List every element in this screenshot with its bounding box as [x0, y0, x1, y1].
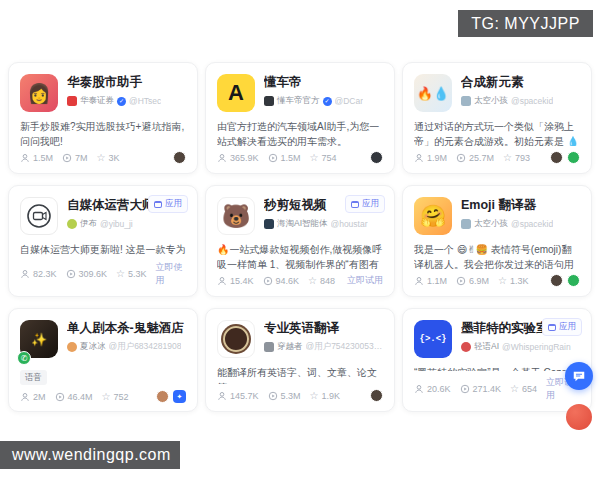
users-icon	[217, 153, 227, 163]
bot-card-english-translate[interactable]: 专业英语翻译 穿越者 @用户7542300539251 能翻译所有英语字、词、文…	[205, 308, 395, 412]
runs-stat: 6.9M	[456, 276, 489, 286]
runs-stat: 46.4M	[55, 392, 93, 402]
star-icon: ☆	[310, 391, 319, 401]
runs-icon	[55, 392, 65, 402]
card-title: Emoji 翻译器	[461, 197, 580, 214]
author-name: 夏冰冰	[80, 341, 106, 353]
app-badge-icon	[548, 324, 556, 331]
bot-card-synth-elements[interactable]: 🔥💧 合成新元素 太空小孩 @spacekid 通过对话的方式玩一个类似「涂鸦上…	[402, 62, 592, 174]
star-icon: ☆	[510, 384, 519, 394]
author-handle: @DCar	[335, 96, 363, 106]
bot-card-grid: 👩 华泰股市助手 华泰证券 ✓ @HTsec 新手炒股难?实用选股技巧+避坑指南…	[8, 62, 592, 412]
author-avatar	[264, 219, 274, 229]
author-handle: @spacekid	[511, 96, 553, 106]
card-title: 合成新元素	[461, 74, 580, 91]
runs-icon	[456, 153, 466, 163]
chat-bubble-icon	[572, 369, 586, 383]
author-handle: @houstar	[331, 219, 368, 229]
voice-tag: 语音	[20, 370, 47, 385]
app-badge: 应用	[542, 318, 582, 336]
users-icon	[414, 384, 424, 394]
author-avatar	[461, 96, 471, 106]
dongchedi-app-icon: A	[217, 74, 255, 112]
try-now-link[interactable]: 立即试用	[347, 274, 383, 287]
runs-icon	[460, 384, 470, 394]
bot-card-ghost-hotel[interactable]: ✨ ✆ 单人剧本杀-鬼魅酒店 夏冰冰 @用户6834281908 被困在诡异酒店…	[8, 308, 198, 412]
media-master-app-icon	[20, 197, 58, 235]
huatai-app-icon: 👩	[20, 74, 58, 112]
wechat-icon	[567, 151, 580, 164]
verified-badge-icon: ✓	[117, 97, 126, 106]
card-description: 能翻译所有英语字、词、文章、论文等	[217, 365, 383, 384]
author-name: 穿越者	[277, 341, 303, 353]
murphy-lab-app-icon: {>.<}	[414, 320, 452, 358]
bot-card-huatai[interactable]: 👩 华泰股市助手 华泰证券 ✓ @HTsec 新手炒股难?实用选股技巧+避坑指南…	[8, 62, 198, 174]
author-handle: @WhisperingRain	[502, 342, 571, 352]
site-watermark: www.wendingqp.com	[0, 441, 180, 469]
card-title: 单人剧本杀-鬼魅酒店	[67, 320, 184, 337]
runs-stat: 94.6K	[263, 276, 300, 286]
seal-logo	[223, 326, 249, 352]
author-name: 懂车帝官方	[277, 95, 320, 107]
card-description: 🔥一站式爆款短视频创作,做视频像呼吸一样简单 1、视频制作界的“有图有梗”提供丰…	[217, 242, 383, 269]
users-icon	[20, 392, 30, 402]
bot-card-miaojian-video[interactable]: 应用 🐻 秒剪短视频 海淘AI智能体 @houstar 🔥一站式爆款短视频创作,…	[205, 185, 395, 297]
stars-stat: ☆793	[503, 153, 530, 163]
author-handle: @yibu_ji	[100, 219, 133, 229]
stars-stat: ☆3K	[97, 153, 120, 163]
star-icon: ☆	[97, 153, 106, 163]
app-badge: 应用	[345, 195, 385, 213]
star-icon: ☆	[310, 153, 319, 163]
stars-stat: ☆654	[510, 384, 537, 394]
bot-card-murphy-lab[interactable]: 应用 {>.<} 墨菲特的实验室 轻语AI @WhisperingRain “墨…	[402, 308, 592, 412]
author-avatar	[461, 219, 471, 229]
creator-avatar	[550, 151, 563, 164]
author-avatar	[264, 96, 274, 106]
users-stat: 1.5M	[20, 153, 53, 163]
bot-card-dongchedi[interactable]: A 懂车帝 懂车帝官方 ✓ @DCar 由官方打造的汽车领域AI助手,为您一站式…	[205, 62, 395, 174]
runs-stat: 309.6K	[66, 269, 108, 279]
telegram-watermark: TG: MYYJJPP	[458, 10, 593, 37]
author-name: 太空小孩	[474, 218, 508, 230]
users-stat: 2M	[20, 392, 46, 402]
stars-stat: ☆752	[102, 392, 129, 402]
chat-support-button[interactable]	[565, 362, 593, 390]
users-stat: 1.1M	[414, 276, 447, 286]
users-stat: 1.9M	[414, 153, 447, 163]
app-badge-icon	[351, 201, 359, 208]
elements-app-icon: 🔥💧	[414, 74, 452, 112]
runs-icon	[268, 153, 278, 163]
runs-stat: 5.3M	[268, 391, 301, 401]
runs-icon	[268, 391, 278, 401]
card-description: 由官方打造的汽车领域AI助手,为您一站式解决看选买的用车需求。	[217, 119, 383, 146]
author-avatar	[67, 219, 77, 229]
app-badge-icon	[154, 201, 162, 208]
users-icon	[20, 269, 30, 279]
use-now-link[interactable]: 立即使用	[156, 261, 186, 287]
author-name: 伊布	[80, 218, 97, 230]
star-icon: ☆	[503, 153, 512, 163]
users-icon	[217, 276, 227, 286]
emoji-app-icon: 🤗	[414, 197, 452, 235]
creator-avatar	[173, 151, 186, 164]
bot-card-emoji-translator[interactable]: 🤗 Emoji 翻译器 太空小孩 @spacekid 我是一个 😄✌🍔 表情符号…	[402, 185, 592, 297]
runs-stat: 7M	[62, 153, 88, 163]
seal-app-icon	[217, 320, 255, 358]
bot-card-media-master[interactable]: 应用 自媒体运营大师V2 伊布 @yibu_ji 自媒体运营大师更新啦! 这是一…	[8, 185, 198, 297]
card-description: 新手炒股难?实用选股技巧+避坑指南,问问我吧!	[20, 119, 186, 146]
stars-stat: ☆848	[308, 276, 335, 286]
creator-avatar	[370, 151, 383, 164]
stars-stat: ☆754	[310, 153, 337, 163]
runs-icon	[62, 153, 72, 163]
platform-icon: ✦	[173, 390, 186, 403]
card-header: 👩 华泰股市助手 华泰证券 ✓ @HTsec	[20, 74, 186, 112]
app-badge: 应用	[148, 195, 188, 213]
stars-stat: ☆1.3K	[498, 276, 528, 286]
floating-red-avatar[interactable]	[566, 404, 592, 430]
creator-avatar	[550, 274, 563, 287]
author-avatar	[264, 342, 274, 352]
author-name: 太空小孩	[474, 95, 508, 107]
users-icon	[414, 276, 424, 286]
card-description: 自媒体运营大师更新啦! 这是一款专为内容创作者打造的全能工具,本次全新的用户界面…	[20, 242, 186, 256]
author-name: 海淘AI智能体	[277, 218, 328, 230]
